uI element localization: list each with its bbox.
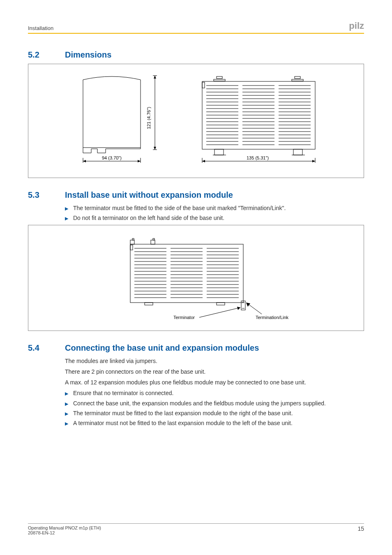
bullet-icon: ▶ — [65, 206, 68, 212]
dim-width-front-label: 135 (5.31") — [247, 155, 269, 160]
svg-marker-9 — [138, 160, 141, 162]
list-item: ▶ Do not fit a terminator on the left ha… — [65, 214, 364, 222]
svg-marker-142 — [237, 307, 240, 310]
section-number: 5.2 — [28, 50, 65, 60]
svg-rect-84 — [151, 240, 155, 244]
list-item: ▶ The terminator must be fitted to the s… — [65, 204, 364, 212]
bullet-icon: ▶ — [65, 411, 68, 417]
svg-rect-136 — [145, 303, 153, 305]
bullet-text: The terminator must be fitted to the las… — [73, 409, 293, 417]
svg-marker-81 — [312, 160, 315, 162]
bullet-text: The terminator must be fitted to the sid… — [73, 204, 286, 212]
paragraph: There are 2 pin connectors on the rear o… — [65, 368, 364, 376]
svg-rect-11 — [295, 76, 300, 79]
svg-marker-4 — [154, 147, 156, 150]
list-item: ▶ The terminator must be fitted to the l… — [65, 409, 364, 417]
svg-rect-85 — [153, 238, 154, 240]
bullet-text: Do not fit a terminator on the left hand… — [73, 214, 224, 222]
bullet-text: A terminator must not be fitted to the l… — [73, 419, 293, 427]
section-title: Connecting the base unit and expansion m… — [65, 343, 259, 353]
svg-line-141 — [199, 308, 240, 317]
figure-install-base: Terminator Termination/Link — [28, 225, 364, 331]
section-heading-install-base: 5.3 Install base unit without expansion … — [28, 190, 364, 200]
list-item: ▶ A terminator must not be fitted to the… — [65, 419, 364, 427]
label-termination-link: Termination/Link — [256, 315, 289, 320]
label-terminator: Terminator — [173, 315, 195, 320]
page: Installation pilz 5.2 Dimensions — [0, 0, 392, 555]
bullet-text: Connect the base unit, the expansion mod… — [73, 399, 326, 407]
list-item: ▶ Connect the base unit, the expansion m… — [65, 399, 364, 407]
footer-doc-id: 20878-EN-12 — [28, 530, 101, 535]
page-header: Installation pilz — [28, 21, 364, 34]
bullet-icon: ▶ — [65, 215, 68, 222]
footer-manual-title: Operating Manual PNOZ m1p (ETH) — [28, 525, 101, 530]
section-title: Install base unit without expansion modu… — [65, 190, 233, 200]
section-heading-dimensions: 5.2 Dimensions — [28, 50, 364, 60]
svg-marker-80 — [202, 160, 205, 162]
page-footer: Operating Manual PNOZ m1p (ETH) 20878-EN… — [28, 523, 364, 535]
section-number: 5.3 — [28, 190, 65, 200]
install-base-svg: Terminator Termination/Link — [81, 237, 311, 323]
section-5-4-body: The modules are linked via jumpers. Ther… — [65, 357, 364, 428]
section-number: 5.4 — [28, 343, 65, 353]
dim-height-label: 121 (4.76") — [146, 107, 151, 129]
svg-rect-12 — [214, 79, 225, 81]
bullet-text: Ensure that no terminator is connected. — [73, 389, 173, 397]
svg-marker-144 — [246, 303, 250, 307]
svg-rect-137 — [217, 303, 225, 305]
svg-rect-86 — [130, 244, 243, 303]
bullet-icon: ▶ — [65, 391, 68, 397]
paragraph: The modules are linked via jumpers. — [65, 357, 364, 365]
paragraph: A max. of 12 expansion modules plus one … — [65, 378, 364, 386]
svg-marker-8 — [83, 160, 86, 162]
bullet-icon: ▶ — [65, 421, 68, 427]
svg-rect-13 — [292, 79, 303, 81]
svg-marker-3 — [154, 76, 156, 79]
header-section-label: Installation — [28, 25, 53, 31]
list-item: ▶ Ensure that no terminator is connected… — [65, 389, 364, 397]
dimensions-front-svg: 135 (5.31") — [198, 72, 325, 170]
figure-dimensions: 121 (4.76") 94 (3.70") — [28, 64, 364, 178]
svg-rect-15 — [202, 82, 205, 88]
footer-page-number: 15 — [357, 525, 364, 532]
brand-logo: pilz — [349, 21, 364, 31]
section-5-3-body: ▶ The terminator must be fitted to the s… — [65, 204, 364, 222]
dimensions-side-svg: 121 (4.76") 94 (3.70") — [67, 72, 186, 170]
dim-width-side-label: 94 (3.70") — [102, 155, 122, 160]
footer-left: Operating Manual PNOZ m1p (ETH) 20878-EN… — [28, 525, 101, 535]
bullet-icon: ▶ — [65, 401, 68, 407]
section-heading-connecting: 5.4 Connecting the base unit and expansi… — [28, 343, 364, 353]
svg-rect-10 — [217, 76, 222, 79]
svg-rect-73 — [214, 149, 224, 155]
svg-rect-74 — [293, 149, 302, 155]
svg-rect-82 — [130, 240, 134, 244]
section-title: Dimensions — [65, 50, 111, 60]
svg-rect-83 — [132, 238, 134, 240]
svg-rect-87 — [130, 245, 133, 250]
